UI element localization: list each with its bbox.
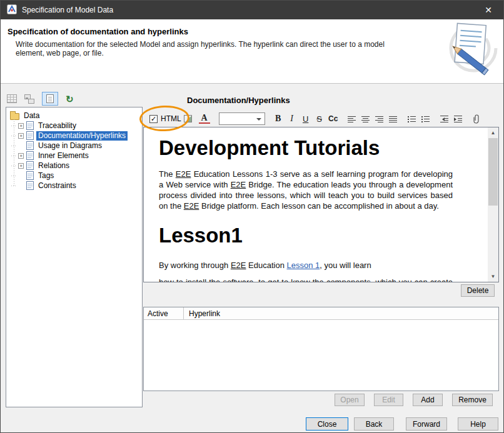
document-sheet-icon (46, 94, 54, 103)
strikethrough-button[interactable]: S (314, 112, 325, 125)
close-icon[interactable]: ✕ (480, 5, 497, 15)
window-title: Specification of Model Data (22, 6, 113, 14)
e2e-link[interactable]: E2E (231, 261, 246, 270)
tree-node-data[interactable]: Data (8, 111, 141, 121)
tree-node-inner-elements[interactable]: + Inner Elements (8, 151, 141, 161)
expander-spacer (18, 173, 24, 179)
folder-icon (10, 113, 19, 120)
text-run: Bridge platform. Each lesson can be acco… (199, 201, 438, 211)
header-title: Specification of documentation and hyper… (8, 27, 188, 36)
page-icon (26, 141, 34, 150)
dropdown-value (222, 114, 253, 124)
back-button[interactable]: Back (354, 417, 394, 431)
bullet-list-button[interactable] (420, 112, 431, 125)
text-run: Education (246, 261, 286, 270)
documentation-content: Development Tutorials The E2E Education … (144, 127, 488, 282)
align-left-button[interactable] (346, 112, 358, 125)
grid-view-icon[interactable] (7, 94, 17, 103)
tree-node-usage-in-diagrams[interactable]: Usage in Diagrams (8, 141, 141, 151)
tree-node-label: Tags (36, 171, 56, 181)
italic-button[interactable]: I (286, 112, 298, 125)
documentation-view-button[interactable] (42, 92, 58, 106)
chevron-down-icon[interactable] (256, 118, 261, 123)
tree-node-label: Usage in Diagrams (36, 141, 104, 151)
header-description: Write documentation for the selected Mod… (16, 40, 391, 57)
scrollbar-thumb[interactable] (488, 138, 498, 206)
align-center-button[interactable] (360, 112, 371, 125)
e2e-link[interactable]: E2E (184, 201, 199, 211)
document-pencil-illustration (435, 21, 500, 82)
e2e-link[interactable]: E2E (231, 180, 246, 189)
align-right-button[interactable] (374, 112, 385, 125)
tree-structure-icon[interactable] (24, 94, 34, 104)
vertical-scrollbar[interactable]: ▲ ▼ (488, 127, 498, 282)
section-title: Documentation/Hyperlinks (187, 96, 290, 105)
align-justify-button[interactable] (388, 112, 399, 125)
e2e-link[interactable]: E2E (176, 169, 191, 179)
font-size-dropdown[interactable] (219, 112, 265, 125)
bold-button[interactable]: B (273, 112, 284, 125)
doc-paragraph-clipped: how to install the software, to get to k… (159, 277, 453, 282)
tree-node-documentation-hyperlinks[interactable]: + Documentation/Hyperlinks (8, 131, 141, 141)
properties-tree: Data + Traceability + Documentation/Hype… (6, 107, 143, 407)
tree-node-label: Traceability (36, 121, 78, 131)
tree-node-constraints[interactable]: Constraints (8, 181, 141, 191)
page-icon (26, 161, 34, 170)
remove-button[interactable]: Remove (452, 394, 493, 406)
text-run: The (159, 169, 176, 179)
tree-node-label: Documentation/Hyperlinks (36, 131, 128, 141)
insert-image-icon[interactable] (183, 112, 194, 125)
doc-heading-lesson1: Lesson1 (159, 224, 453, 247)
page-icon (26, 181, 34, 190)
expander-icon[interactable]: + (18, 163, 24, 169)
doc-paragraph-1: The E2E Education Lessons 1-3 serve as a… (159, 169, 453, 211)
scroll-up-icon[interactable]: ▲ (488, 127, 498, 138)
titlebar: Specification of Model Data ✕ (1, 1, 503, 19)
increase-indent-button[interactable] (453, 112, 464, 125)
page-icon (26, 171, 34, 180)
font-color-icon[interactable]: A (199, 114, 210, 124)
close-button[interactable]: Close (306, 417, 348, 431)
hyperlink-icon[interactable] (471, 112, 483, 125)
scroll-down-icon[interactable]: ▼ (488, 271, 498, 282)
tree-node-relations[interactable]: + Relations (8, 161, 141, 171)
font-case-button[interactable]: Cc (328, 112, 339, 125)
expander-icon[interactable]: + (18, 123, 24, 129)
expander-icon[interactable]: + (18, 153, 24, 159)
page-icon (26, 121, 34, 130)
tree-node-tags[interactable]: Tags (8, 171, 141, 181)
view-toolbar: ↻ (7, 91, 74, 106)
dialog-header: Specification of documentation and hyper… (1, 19, 503, 84)
forward-button[interactable]: Forward (406, 417, 447, 431)
tree-children: + Traceability + Documentation/Hyperlink… (8, 121, 141, 191)
expander-icon[interactable]: + (18, 133, 24, 139)
underline-button[interactable]: U (300, 112, 311, 125)
hyperlink-buttons: Open Edit Add Remove (335, 394, 493, 406)
edit-button[interactable]: Edit (374, 394, 403, 406)
help-button[interactable]: Help (458, 417, 498, 431)
add-button[interactable]: Add (413, 394, 443, 406)
column-header-hyperlink[interactable]: Hyperlink (184, 307, 225, 319)
open-button[interactable]: Open (335, 394, 365, 406)
tree-node-label: Relations (36, 161, 71, 171)
specification-dialog: Specification of Model Data ✕ Specificat… (0, 0, 504, 433)
decrease-indent-button[interactable] (439, 112, 450, 125)
tree-node-traceability[interactable]: + Traceability (8, 121, 141, 131)
delete-button[interactable]: Delete (461, 284, 495, 297)
html-checkbox[interactable]: ✓ HTML (149, 114, 181, 123)
hyperlink-table[interactable]: Active Hyperlink (143, 307, 499, 391)
tree-node-label: Data (22, 111, 41, 121)
column-header-active[interactable]: Active (144, 307, 184, 319)
page-icon (26, 131, 34, 140)
checkbox-icon[interactable]: ✓ (149, 115, 158, 123)
html-checkbox-label: HTML (161, 114, 181, 123)
tree-node-label: Constraints (36, 181, 78, 191)
lesson1-link[interactable]: Lesson 1 (287, 261, 320, 270)
documentation-editor[interactable]: Development Tutorials The E2E Education … (143, 127, 499, 282)
numbered-list-button[interactable] (406, 112, 418, 125)
tree-node-label: Inner Elements (36, 151, 91, 161)
refresh-icon[interactable]: ↻ (66, 94, 74, 104)
text-run: , you will learn (320, 261, 371, 270)
doc-paragraph-2: By working through E2E Education Lesson … (159, 260, 453, 271)
expander-spacer (18, 143, 24, 149)
